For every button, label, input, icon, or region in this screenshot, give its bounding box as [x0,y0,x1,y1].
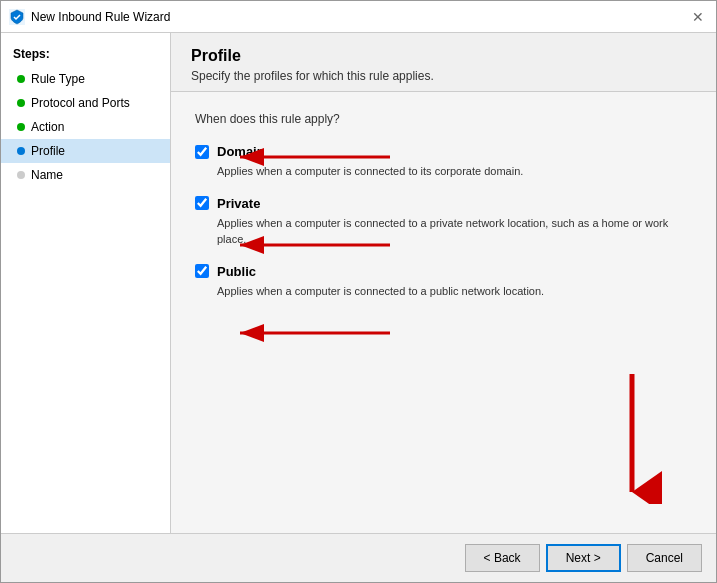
sidebar-item-profile[interactable]: Profile [1,139,170,163]
app-icon [9,9,25,25]
public-arrow [235,322,395,344]
domain-label[interactable]: Domain [217,144,265,159]
private-desc: Applies when a computer is connected to … [217,215,692,248]
public-desc: Applies when a computer is connected to … [217,283,692,300]
sidebar-item-label-rule-type: Rule Type [31,72,85,86]
main-header: Profile Specify the profiles for which t… [171,33,716,92]
sidebar: Steps: Rule Type Protocol and Ports Acti… [1,33,171,533]
wizard-window: New Inbound Rule Wizard ✕ Steps: Rule Ty… [0,0,717,583]
options-container: Domain Applies when [195,144,692,299]
main-panel: Profile Specify the profiles for which t… [171,33,716,533]
domain-group: Domain Applies when [195,144,692,180]
domain-desc: Applies when a computer is connected to … [217,163,692,180]
content-area: Steps: Rule Type Protocol and Ports Acti… [1,33,716,533]
next-button[interactable]: Next > [546,544,621,572]
private-checkbox[interactable] [195,196,209,210]
footer: < Back Next > Cancel [1,533,716,582]
section-question: When does this rule apply? [195,112,692,126]
sidebar-item-label-profile: Profile [31,144,65,158]
domain-checkbox[interactable] [195,145,209,159]
titlebar: New Inbound Rule Wizard ✕ [1,1,716,33]
sidebar-item-name[interactable]: Name [1,163,170,187]
page-title: Profile [191,47,696,65]
step-indicator-action [17,123,25,131]
step-indicator-protocol-ports [17,99,25,107]
sidebar-item-protocol-ports[interactable]: Protocol and Ports [1,91,170,115]
close-button[interactable]: ✕ [688,7,708,27]
sidebar-header: Steps: [1,43,170,67]
sidebar-item-label-protocol-ports: Protocol and Ports [31,96,130,110]
public-group: Public Applies when a computer is c [195,264,692,300]
main-body: When does this rule apply? Domain [171,92,716,533]
page-subtitle: Specify the profiles for which this rule… [191,69,696,83]
public-label[interactable]: Public [217,264,256,279]
back-button[interactable]: < Back [465,544,540,572]
window-title: New Inbound Rule Wizard [31,10,688,24]
private-label[interactable]: Private [217,196,260,211]
sidebar-item-label-action: Action [31,120,64,134]
private-group: Private Applies when a computer is [195,196,692,248]
next-down-arrow [602,374,662,504]
sidebar-item-rule-type[interactable]: Rule Type [1,67,170,91]
private-row: Private [195,196,692,211]
step-indicator-name [17,171,25,179]
sidebar-item-action[interactable]: Action [1,115,170,139]
step-indicator-profile [17,147,25,155]
cancel-button[interactable]: Cancel [627,544,702,572]
step-indicator-rule-type [17,75,25,83]
public-row: Public [195,264,692,279]
public-checkbox[interactable] [195,264,209,278]
domain-row: Domain [195,144,692,159]
sidebar-item-label-name: Name [31,168,63,182]
